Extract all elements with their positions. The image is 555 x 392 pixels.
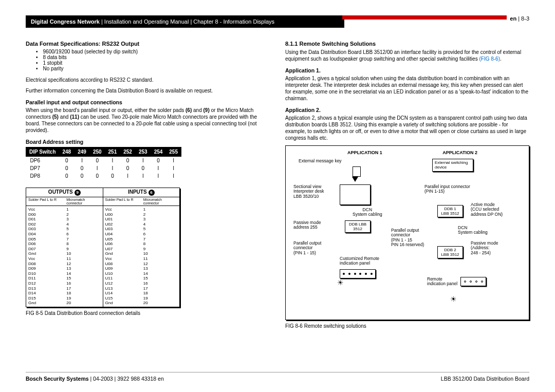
ddb1-box: DDB 1 LBB 3512 (437, 205, 463, 217)
para-parallel: When using the board's parallel input or… (26, 107, 270, 134)
io-connections-box: OUTPUTS9 INPUTS6 Solder Pad L to R Micro… (26, 188, 180, 307)
outputs-badge: 9 (75, 190, 81, 196)
ddb2-box: DDB 2 LBB 3512 (437, 246, 463, 258)
para-remote1: Using the Data Distribution Board LBB 35… (285, 49, 529, 62)
sun-icon-2: ☀ (450, 295, 457, 303)
page-footer: Bosch Security Systems | 04-2003 | 3922 … (26, 372, 529, 382)
label-custom-panel: Customized Remote indication panel (340, 256, 379, 266)
label-active-mode: Active mode (CCU selected address DP ON) (471, 202, 503, 217)
label-dcn-cabling: DCN System cabling (353, 208, 382, 217)
app1-label: APPLICATION 1 (347, 150, 382, 155)
para-app2: Application 2, shows a typical example u… (285, 115, 529, 141)
page-number: en | 8-3 (510, 15, 529, 22)
app2-label: APPLICATION 2 (442, 150, 477, 155)
header-banner: Digital Congress Network | Installation … (26, 15, 344, 28)
label-remote-panel: Remote indication panel (427, 277, 457, 287)
para-further: Further information concerning the Data … (26, 87, 270, 94)
fig-8-6-diagram: APPLICATION 1 APPLICATION 2 External mes… (285, 145, 529, 320)
sun-icon: ☀ (337, 278, 344, 287)
dip-switch-table: DIP Switch248249250251252253254255 DP60I… (26, 147, 181, 180)
heading-app1: Application 1. (285, 67, 529, 73)
left-column: Data Format Specifications: RS232 Output… (26, 41, 270, 329)
label-ext-msg-key: External message key (299, 159, 342, 163)
ddb-box: DDB LBB 3512 (345, 220, 371, 233)
label-passive-mode: Passive mode address 255 (293, 220, 321, 230)
heading-parallel: Parallel input and output connections (26, 99, 270, 105)
indication-panel-2 (460, 277, 486, 286)
heading-board-address: Board Address setting (26, 139, 270, 145)
label-passive2: Passive mode (Address: 248 - 254) (471, 241, 498, 255)
spec-list: 9600/19200 baud (selected by dip switch)… (26, 49, 270, 71)
para-app1: Application 1, gives a typical solution … (285, 75, 529, 102)
heading-data-format: Data Format Specifications: RS232 Output (26, 41, 270, 47)
heading-app2: Application 2. (285, 107, 529, 113)
red-accent-bar (342, 15, 507, 20)
inputs-badge: 6 (149, 190, 155, 196)
right-column: 8.1.1 Remote Switching Solutions Using t… (285, 41, 529, 329)
para-electrical: Electrical specifications according to R… (26, 77, 270, 83)
page-header: Digital Congress Network | Installation … (26, 15, 529, 28)
interp-desk-box (340, 184, 371, 205)
label-parallel-out: Parallel output connector (PIN 1 - 15) (293, 241, 321, 255)
fig-8-5-caption: FIG 8-5 Data Distribution Board connecti… (26, 310, 270, 316)
label-dcn2: DCN System cabling (458, 226, 488, 235)
label-interpreter-desk: Sectional view Interpreter desk LBB 3520… (293, 184, 324, 199)
indication-panel-1 (340, 269, 376, 278)
label-parallel-in: Parallel input connector (PIN 1-15) (424, 184, 470, 194)
ext-switch-box: External switching device (432, 159, 473, 172)
heading-remote-switching: 8.1.1 Remote Switching Solutions (285, 41, 529, 47)
fig-8-6-caption: FIG 8-6 Remote switching solutions (285, 323, 529, 329)
label-parallel-out2: Parallel output connector (PIN 1 - 15 PI… (391, 228, 424, 247)
arrow-down-icon (353, 166, 361, 177)
